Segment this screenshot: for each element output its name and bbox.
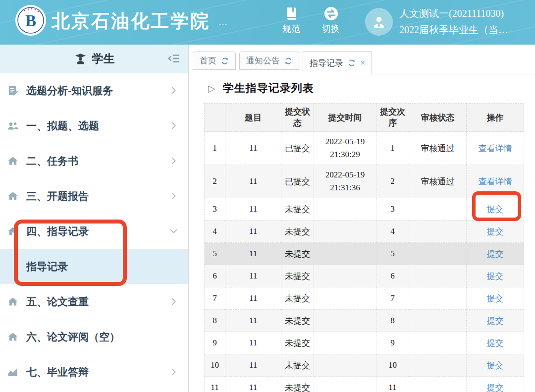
tab-notice[interactable]: 通知公告: [239, 52, 299, 70]
chevron-down-icon: [169, 226, 178, 236]
cell-submit-time: [314, 221, 376, 243]
cell-action: 提交: [467, 287, 524, 310]
column-header: 审核状态: [409, 104, 467, 132]
collapse-sidebar-button[interactable]: [167, 52, 180, 66]
tab-guidance-record[interactable]: 指导记录 ×: [303, 51, 372, 74]
main-content: 首页 通知公告 指导记录 × ▷ 学生指导记录列表 题目提交状态提交时间提交次序…: [189, 45, 535, 392]
refresh-icon[interactable]: [284, 57, 292, 65]
cell-title: 11: [225, 198, 281, 221]
table-row: 10 11 未提交 10 提交: [205, 354, 524, 377]
cell-title: 11: [225, 287, 281, 310]
cell-title: 11: [225, 377, 281, 392]
cell-submit-time: 2022-05-1921:30:29: [314, 132, 376, 165]
cell-submit-order: 10: [376, 354, 409, 377]
cell-submit-status: 未提交: [281, 265, 314, 287]
tab-home[interactable]: 首页: [193, 52, 236, 70]
sidebar-item-plagiarism-check[interactable]: 五、论文查重: [0, 284, 188, 319]
tab-bar: 首页 通知公告 指导记录 ×: [189, 45, 535, 74]
row-number: 5: [205, 243, 225, 265]
tab-label: 通知公告: [246, 55, 280, 66]
cell-submit-status: 未提交: [281, 377, 314, 392]
cell-submit-status: 未提交: [281, 354, 314, 377]
switch-role-button[interactable]: 切换: [315, 6, 347, 35]
cell-submit-time: 2022-05-1921:31:36: [314, 165, 376, 198]
cell-submit-time: [314, 377, 376, 392]
column-header: [205, 104, 225, 132]
table-row: 9 11 未提交 9 提交: [205, 332, 524, 354]
cell-title: 11: [225, 221, 281, 243]
cell-submit-order: 7: [376, 287, 409, 310]
standards-button[interactable]: 规范: [275, 6, 307, 35]
submit-link[interactable]: 提交: [487, 316, 504, 326]
sidebar-item-topic-analysis[interactable]: 选题分析-知识服务: [0, 73, 188, 108]
sidebar-item-topic-selection[interactable]: 一、拟题、选题: [0, 108, 188, 143]
sidebar-item-graduation-defense[interactable]: 七、毕业答辩: [0, 354, 188, 390]
submit-link[interactable]: 提交: [487, 383, 504, 392]
table-row: 8 11 未提交 8 提交: [205, 310, 524, 332]
top-header: B 北京石油化工学院 ... 规范 切换 人文测试一(2021111030) 2…: [0, 0, 535, 45]
icon-chart: [7, 366, 19, 378]
sidebar-item-guidance-record[interactable]: 四、指导记录: [0, 214, 188, 249]
sidebar-item-opening-report[interactable]: 三、开题报告: [0, 178, 188, 214]
sidebar-item-label: 三、开题报告: [26, 189, 89, 203]
table-row: 7 11 未提交 7 提交: [205, 287, 524, 310]
table-header-row: 题目提交状态提交时间提交次序审核状态操作: [205, 104, 524, 132]
view-details-link[interactable]: 查看详情: [479, 177, 512, 186]
submit-link[interactable]: 提交: [487, 338, 504, 348]
cell-title: 11: [225, 265, 281, 287]
row-number: 10: [205, 354, 225, 377]
university-name: 北京石油化工学院: [52, 9, 210, 34]
refresh-icon[interactable]: [348, 59, 356, 67]
avatar[interactable]: [365, 8, 393, 36]
row-number: 3: [205, 198, 225, 221]
chevron-right-icon: [169, 367, 178, 377]
row-number: 6: [205, 265, 225, 287]
university-logo: B: [15, 4, 47, 36]
row-number: 7: [205, 287, 225, 310]
chevron-right-icon: [169, 86, 178, 95]
cell-submit-order: 5: [376, 243, 409, 265]
submit-link[interactable]: 提交: [487, 249, 504, 259]
sidebar-item-task-book[interactable]: 二、任务书: [0, 143, 188, 178]
cell-submit-order: 4: [376, 221, 409, 243]
page-title: 学生指导记录列表: [223, 81, 314, 96]
cell-submit-status: 已提交: [281, 165, 314, 198]
chevron-right-icon: [169, 297, 178, 306]
cell-action: 提交: [467, 198, 524, 221]
cell-review-status: 审核通过: [409, 132, 467, 165]
close-tab-icon[interactable]: ×: [360, 58, 365, 67]
view-details-link[interactable]: 查看详情: [479, 144, 512, 153]
cell-submit-time: [314, 265, 376, 287]
cell-action: 提交: [467, 221, 524, 243]
cell-submit-status: 未提交: [281, 287, 314, 310]
row-number: 8: [205, 310, 225, 332]
sidebar-item-paper-review[interactable]: 六、论文评阅（空）: [0, 319, 188, 354]
chevron-right-icon: [169, 191, 178, 201]
submit-link[interactable]: 提交: [487, 272, 504, 281]
sidebar-menu: 选题分析-知识服务 一、拟题、选题 二、任务书 三、开题报告 四、指导记录 指导…: [0, 73, 188, 390]
cell-review-status: [409, 354, 467, 377]
cell-action: 提交: [467, 243, 524, 265]
row-number: 11: [205, 377, 225, 392]
cell-review-status: [409, 243, 467, 265]
cell-action: 提交: [467, 310, 524, 332]
column-header: 提交次序: [376, 104, 409, 132]
cell-submit-time: [314, 287, 376, 310]
icon-doc-edit: [7, 85, 19, 97]
table-row: 2 11 已提交 2022-05-1921:31:36 2 审核通过 查看详情: [205, 165, 524, 198]
table-header: 题目提交状态提交时间提交次序审核状态操作: [205, 104, 524, 132]
row-number: 4: [205, 221, 225, 243]
refresh-icon[interactable]: [221, 57, 229, 65]
table-row: 1 11 已提交 2022-05-1921:30:29 1 审核通过 查看详情: [205, 132, 524, 165]
submit-link[interactable]: 提交: [487, 361, 504, 370]
role-title: 学生: [92, 51, 115, 66]
submit-link[interactable]: 提交: [487, 227, 504, 236]
sidebar-item-guidance-record-sub[interactable]: 指导记录: [0, 249, 188, 284]
submit-link[interactable]: 提交: [487, 294, 504, 303]
submit-link[interactable]: 提交: [487, 205, 504, 214]
cell-submit-time: [314, 310, 376, 332]
sidebar-item-label: 五、论文查重: [26, 295, 89, 309]
sidebar-item-label: 一、拟题、选题: [26, 119, 99, 133]
svg-text:B: B: [25, 12, 36, 30]
guidance-record-table: 题目提交状态提交时间提交次序审核状态操作 1 11 已提交 2022-05-19…: [204, 103, 524, 392]
